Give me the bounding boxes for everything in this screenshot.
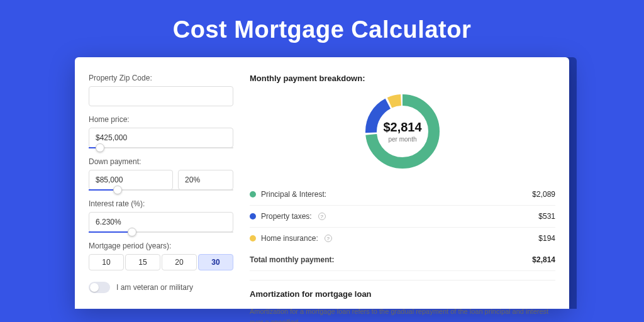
amortization-title: Amortization for mortgage loan bbox=[250, 289, 555, 299]
interest-slider[interactable] bbox=[89, 231, 233, 233]
zip-group: Property Zip Code: bbox=[89, 74, 233, 106]
home-price-slider[interactable] bbox=[89, 147, 233, 148]
zip-input[interactable] bbox=[89, 86, 233, 106]
info-icon[interactable]: ? bbox=[325, 235, 332, 242]
legend-row: Principal & Interest:$2,089 bbox=[250, 184, 555, 206]
donut-sub: per month bbox=[388, 136, 416, 143]
legend-label: Home insurance:? bbox=[250, 234, 332, 243]
period-option-20[interactable]: 20 bbox=[162, 254, 197, 270]
period-option-10[interactable]: 10 bbox=[89, 254, 124, 270]
home-price-group: Home price: bbox=[89, 115, 233, 148]
donut-amount: $2,814 bbox=[383, 120, 421, 135]
page-title: Cost Mortgage Calculator bbox=[0, 0, 644, 57]
legend-value: $2,089 bbox=[532, 190, 555, 199]
down-payment-pct-input[interactable] bbox=[178, 170, 233, 190]
legend-value: $194 bbox=[538, 234, 555, 243]
calculator-card: Property Zip Code: Home price: Down paym… bbox=[75, 57, 569, 309]
breakdown-panel: Monthly payment breakdown: $2,814 per mo… bbox=[245, 74, 555, 309]
veteran-row: I am veteran or military bbox=[89, 282, 233, 293]
home-price-input[interactable] bbox=[89, 128, 233, 148]
interest-input[interactable] bbox=[89, 212, 233, 232]
down-payment-slider[interactable] bbox=[89, 189, 233, 191]
legend-row: Property taxes:?$531 bbox=[250, 206, 555, 228]
interest-slider-fill bbox=[89, 231, 132, 233]
period-option-15[interactable]: 15 bbox=[125, 254, 160, 270]
legend-row: Home insurance:?$194 bbox=[250, 228, 555, 249]
amortization-text: Amortization for a mortgage loan refers … bbox=[250, 306, 555, 322]
info-icon[interactable]: ? bbox=[318, 213, 326, 220]
legend-value: $531 bbox=[538, 212, 555, 221]
inputs-panel: Property Zip Code: Home price: Down paym… bbox=[89, 74, 245, 309]
period-group: Mortgage period (years): 10152030 bbox=[89, 242, 233, 270]
period-option-30[interactable]: 30 bbox=[198, 254, 233, 270]
period-label: Mortgage period (years): bbox=[89, 242, 233, 250]
home-price-label: Home price: bbox=[89, 115, 233, 124]
legend-dot bbox=[250, 213, 256, 219]
down-payment-slider-thumb[interactable] bbox=[113, 186, 122, 194]
home-price-slider-thumb[interactable] bbox=[96, 143, 104, 152]
down-payment-label: Down payment: bbox=[89, 157, 233, 166]
interest-slider-thumb[interactable] bbox=[128, 228, 136, 236]
period-segmented: 10152030 bbox=[89, 254, 233, 270]
legend-label-text: Principal & Interest: bbox=[261, 190, 326, 199]
amortization-section: Amortization for mortgage loan Amortizat… bbox=[250, 280, 555, 322]
legend-dot bbox=[250, 191, 256, 197]
legend: Principal & Interest:$2,089Property taxe… bbox=[250, 184, 555, 249]
veteran-toggle[interactable] bbox=[89, 282, 110, 293]
legend-total-row: Total monthly payment: $2,814 bbox=[250, 249, 555, 271]
veteran-label: I am veteran or military bbox=[116, 283, 193, 292]
legend-total-value: $2,814 bbox=[532, 255, 555, 264]
legend-label-text: Property taxes: bbox=[261, 212, 312, 221]
legend-dot bbox=[250, 235, 256, 242]
donut-center: $2,814 per month bbox=[362, 91, 443, 172]
down-payment-input[interactable] bbox=[89, 170, 173, 190]
legend-label: Property taxes:? bbox=[250, 212, 326, 221]
donut-chart-wrap: $2,814 per month bbox=[250, 91, 555, 172]
veteran-toggle-knob bbox=[90, 283, 99, 292]
interest-group: Interest rate (%): bbox=[89, 199, 233, 233]
legend-total-label: Total monthly payment: bbox=[250, 255, 334, 264]
legend-label: Principal & Interest: bbox=[250, 190, 326, 199]
down-payment-group: Down payment: bbox=[89, 157, 233, 191]
donut-chart: $2,814 per month bbox=[362, 91, 443, 172]
interest-label: Interest rate (%): bbox=[89, 199, 233, 208]
legend-label-text: Home insurance: bbox=[261, 234, 318, 243]
breakdown-title: Monthly payment breakdown: bbox=[250, 74, 555, 83]
zip-label: Property Zip Code: bbox=[89, 74, 233, 82]
